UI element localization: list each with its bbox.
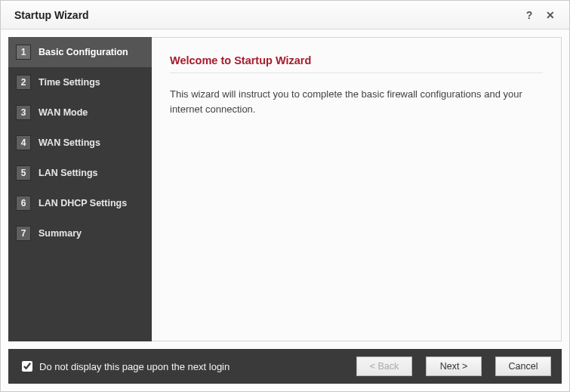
step-label: LAN DHCP Settings bbox=[39, 198, 127, 208]
main-description: This wizard will instruct you to complet… bbox=[170, 87, 543, 116]
back-button: < Back bbox=[356, 357, 412, 376]
wizard-step-2[interactable]: 2Time Settings bbox=[8, 67, 152, 97]
footer-buttons: < Back Next > Cancel bbox=[356, 357, 551, 376]
suppress-checkbox-wrap[interactable]: Do not display this page upon the next l… bbox=[19, 359, 356, 374]
divider bbox=[170, 73, 543, 73]
wizard-step-3[interactable]: 3WAN Mode bbox=[8, 97, 152, 128]
wizard-step-6[interactable]: 6LAN DHCP Settings bbox=[8, 188, 152, 218]
cancel-button[interactable]: Cancel bbox=[495, 357, 551, 376]
wizard-step-5[interactable]: 5LAN Settings bbox=[8, 158, 152, 188]
step-label: WAN Settings bbox=[39, 137, 100, 148]
step-label: WAN Mode bbox=[39, 107, 88, 118]
startup-wizard-dialog: Startup Wizard ? ✕ 1Basic Configuration2… bbox=[0, 0, 570, 392]
step-number: 3 bbox=[16, 105, 31, 120]
step-number: 4 bbox=[16, 135, 31, 150]
next-button[interactable]: Next > bbox=[426, 357, 482, 376]
step-label: Summary bbox=[39, 228, 82, 239]
close-icon[interactable]: ✕ bbox=[542, 7, 559, 23]
step-label: LAN Settings bbox=[39, 168, 97, 178]
dialog-title: Startup Wizard bbox=[14, 9, 516, 21]
step-number: 1 bbox=[16, 45, 31, 60]
step-label: Time Settings bbox=[39, 77, 100, 88]
main-heading: Welcome to Startup Wizard bbox=[170, 54, 543, 66]
step-number: 6 bbox=[16, 196, 31, 211]
wizard-step-1[interactable]: 1Basic Configuration bbox=[8, 37, 152, 67]
step-number: 2 bbox=[16, 75, 31, 90]
titlebar: Startup Wizard ? ✕ bbox=[1, 1, 569, 29]
help-icon[interactable]: ? bbox=[521, 7, 538, 23]
suppress-checkbox-label: Do not display this page upon the next l… bbox=[39, 361, 230, 372]
wizard-sidebar: 1Basic Configuration2Time Settings3WAN M… bbox=[8, 37, 152, 341]
suppress-checkbox[interactable] bbox=[22, 361, 32, 372]
dialog-footer: Do not display this page upon the next l… bbox=[8, 349, 562, 384]
wizard-step-7[interactable]: 7Summary bbox=[8, 218, 152, 248]
step-label: Basic Configuration bbox=[39, 47, 128, 57]
step-number: 5 bbox=[16, 165, 31, 181]
wizard-step-4[interactable]: 4WAN Settings bbox=[8, 128, 152, 158]
step-number: 7 bbox=[16, 226, 31, 241]
wizard-main-panel: Welcome to Startup Wizard This wizard wi… bbox=[152, 37, 562, 341]
dialog-body: 1Basic Configuration2Time Settings3WAN M… bbox=[1, 29, 569, 349]
